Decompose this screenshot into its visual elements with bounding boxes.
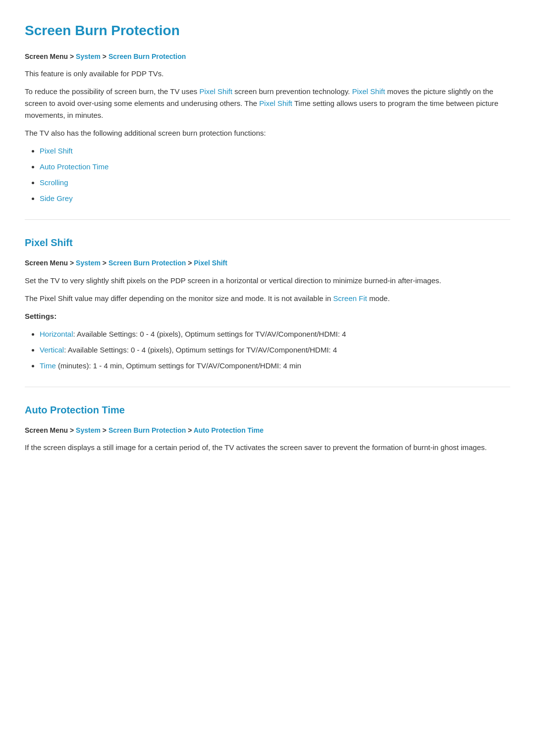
settings-bold-label: Settings: bbox=[25, 312, 56, 320]
list-item-side-grey[interactable]: Side Grey bbox=[40, 194, 73, 202]
pixel-shift-para1: Set the TV to very slightly shift pixels… bbox=[25, 275, 510, 287]
apt-screen-burn-link[interactable]: Screen Burn Protection bbox=[108, 426, 186, 434]
list-item: Auto Protection Time bbox=[40, 161, 510, 173]
apt-auto-protection-link[interactable]: Auto Protection Time bbox=[194, 426, 264, 434]
intro-breadcrumb: Screen Menu > System > Screen Burn Prote… bbox=[25, 51, 510, 62]
pixel-shift-breadcrumb: Screen Menu > System > Screen Burn Prote… bbox=[25, 257, 510, 268]
breadcrumb-sep1: > bbox=[101, 52, 108, 60]
horizontal-link[interactable]: Horizontal bbox=[40, 330, 73, 338]
time-link[interactable]: Time bbox=[40, 361, 56, 370]
screen-fit-link[interactable]: Screen Fit bbox=[333, 294, 367, 302]
ps-screen-burn-link[interactable]: Screen Burn Protection bbox=[108, 259, 186, 267]
ps-sep1: > bbox=[101, 259, 108, 267]
list-item-auto-protection[interactable]: Auto Protection Time bbox=[40, 162, 108, 171]
time-text: (minutes): 1 - 4 min, Optimum settings f… bbox=[56, 361, 301, 370]
breadcrumb-prefix: Screen Menu > bbox=[25, 52, 76, 60]
ps-sep2: > bbox=[186, 259, 194, 267]
list-item: Scrolling bbox=[40, 177, 510, 189]
list-item: Horizontal: Available Settings: 0 - 4 (p… bbox=[40, 328, 510, 340]
list-item-scrolling[interactable]: Scrolling bbox=[40, 178, 68, 187]
intro-para2: The TV also has the following additional… bbox=[25, 127, 510, 139]
auto-protection-para1: If the screen displays a still image for… bbox=[25, 442, 510, 454]
list-item: Time (minutes): 1 - 4 min, Optimum setti… bbox=[40, 360, 510, 372]
intro-list: Pixel Shift Auto Protection Time Scrolli… bbox=[40, 145, 510, 204]
pixel-shift-para2: The Pixel Shift value may differ dependi… bbox=[25, 293, 510, 304]
ps-system-link[interactable]: System bbox=[76, 259, 101, 267]
ps-breadcrumb-prefix: Screen Menu > bbox=[25, 259, 76, 267]
list-item: Pixel Shift bbox=[40, 145, 510, 157]
pixel-shift-link-inline3[interactable]: Pixel Shift bbox=[259, 99, 292, 107]
intro-para1-text-a: To reduce the possibility of screen burn… bbox=[25, 87, 197, 96]
pixel-shift-section: Pixel Shift Screen Menu > System > Scree… bbox=[25, 219, 510, 371]
ps-para2-prefix: The Pixel Shift value may differ dependi… bbox=[25, 294, 331, 302]
intro-para1: To reduce the possibility of screen burn… bbox=[25, 86, 510, 121]
intro-note: This feature is only available for PDP T… bbox=[25, 68, 510, 80]
apt-sep1: > bbox=[101, 426, 108, 434]
list-item: Side Grey bbox=[40, 193, 510, 204]
auto-protection-title: Auto Protection Time bbox=[25, 402, 510, 418]
settings-list: Horizontal: Available Settings: 0 - 4 (p… bbox=[40, 328, 510, 372]
horizontal-text: : Available Settings: 0 - 4 (pixels), Op… bbox=[73, 330, 346, 338]
breadcrumb-system-link[interactable]: System bbox=[76, 52, 101, 60]
ps-para2-suffix: mode. bbox=[369, 294, 390, 302]
ps-pixel-shift-link[interactable]: Pixel Shift bbox=[194, 259, 227, 267]
vertical-text: : Available Settings: 0 - 4 (pixels), Op… bbox=[64, 346, 337, 354]
apt-sep2: > bbox=[186, 426, 193, 434]
apt-system-link[interactable]: System bbox=[76, 426, 101, 434]
list-item: Vertical: Available Settings: 0 - 4 (pix… bbox=[40, 344, 510, 356]
intro-para1-text-b: screen burn prevention technology. bbox=[234, 87, 350, 96]
pixel-shift-title: Pixel Shift bbox=[25, 235, 510, 251]
page-title: Screen Burn Protection bbox=[25, 20, 510, 42]
auto-protection-section: Auto Protection Time Screen Menu > Syste… bbox=[25, 387, 510, 454]
breadcrumb-screen-burn-link[interactable]: Screen Burn Protection bbox=[108, 52, 186, 60]
settings-label: Settings: bbox=[25, 310, 510, 322]
vertical-link[interactable]: Vertical bbox=[40, 346, 64, 354]
apt-breadcrumb-prefix: Screen Menu > bbox=[25, 426, 76, 434]
list-item-pixel-shift[interactable]: Pixel Shift bbox=[40, 147, 73, 155]
pixel-shift-link-inline1[interactable]: Pixel Shift bbox=[199, 87, 232, 96]
pixel-shift-link-inline2[interactable]: Pixel Shift bbox=[352, 87, 385, 96]
auto-protection-breadcrumb: Screen Menu > System > Screen Burn Prote… bbox=[25, 425, 510, 436]
